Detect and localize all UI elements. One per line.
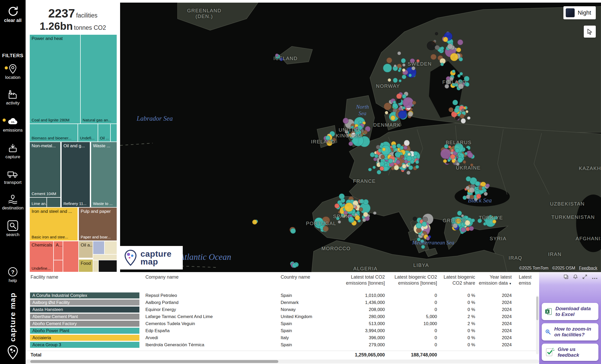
pointer-tool-button[interactable] [584,26,596,38]
facility-marker[interactable] [383,64,392,73]
table-row[interactable]: Aceca Group 3 Iberdrola Generación Térmi… [26,341,539,348]
facility-marker[interactable] [413,155,417,159]
facility-marker[interactable] [469,226,474,231]
column-header-year[interactable]: Year latest emission data▼ [477,274,514,292]
facility-marker[interactable] [470,195,474,199]
facility-marker[interactable] [397,99,401,103]
facility-marker[interactable] [356,211,360,214]
expand-icon[interactable] [582,274,587,279]
facility-marker[interactable] [451,217,456,222]
facility-marker[interactable] [402,68,405,72]
facility-marker[interactable] [431,54,436,60]
facility-marker[interactable] [461,118,466,123]
facility-marker[interactable] [325,136,330,140]
treemap-block[interactable] [110,124,117,142]
treemap-block[interactable] [93,241,104,254]
facility-marker[interactable] [355,127,358,130]
facility-marker[interactable] [352,135,364,146]
facility-marker[interactable] [450,53,458,61]
facility-marker[interactable] [452,100,458,105]
treemap-block[interactable]: Undefi... [78,124,98,142]
treemap-block[interactable] [93,254,117,260]
treemap-block[interactable]: Pulp and paper Paper and boar... [79,207,117,240]
facility-marker[interactable] [338,220,341,224]
facility-marker[interactable] [344,203,353,212]
facility-marker[interactable] [478,219,482,223]
help-button[interactable]: ? help [0,266,26,283]
treemap-block[interactable]: Oil a... [79,241,93,258]
facility-marker[interactable] [467,116,470,120]
treemap-block[interactable]: Oil ... [98,124,111,142]
horizontal-scrollbar[interactable] [26,360,539,363]
treemap-block[interactable] [104,241,117,254]
clear-all-button[interactable]: clear all [0,5,26,23]
facility-marker[interactable] [463,160,466,163]
facility-marker[interactable] [415,160,419,164]
facility-marker[interactable] [252,220,257,225]
facility-marker[interactable] [443,159,447,163]
facility-marker[interactable] [295,263,298,266]
column-header-company-name[interactable]: Company name [140,274,276,292]
facility-marker[interactable] [373,212,376,215]
facility-marker[interactable] [453,223,458,228]
facility-marker[interactable] [341,214,344,217]
facility-marker[interactable] [391,115,396,120]
facility-marker[interactable] [412,101,416,105]
facility-marker[interactable] [403,146,408,150]
facility-marker[interactable] [382,148,386,151]
facility-marker[interactable] [461,109,464,112]
facility-marker[interactable] [388,158,393,163]
facility-marker[interactable] [452,83,455,86]
facility-marker[interactable] [396,93,402,99]
facility-marker[interactable] [435,32,438,35]
facility-marker[interactable] [397,51,401,55]
facility-marker[interactable] [417,238,421,241]
facility-marker[interactable] [402,164,406,168]
treemap-block[interactable]: Waste ... Waste to ... [91,142,117,207]
facility-marker[interactable] [408,162,411,165]
table-row[interactable]: Aboño Cement Factory Cementos Tudela Veg… [26,320,539,327]
facility-marker[interactable] [396,160,400,164]
facility-marker[interactable] [406,171,410,175]
facility-marker[interactable] [410,58,415,63]
facility-marker[interactable] [374,154,378,158]
facility-marker[interactable] [402,63,405,67]
facility-marker[interactable] [400,155,404,159]
facility-marker[interactable] [398,107,402,110]
facility-marker[interactable] [401,58,406,63]
treemap-block[interactable]: Lime an... [30,197,47,207]
facility-marker[interactable] [457,157,463,163]
facility-marker[interactable] [464,152,468,155]
facility-marker[interactable] [404,140,410,146]
facility-marker[interactable] [393,78,398,83]
facility-marker[interactable] [457,39,463,45]
facility-marker[interactable] [427,41,436,50]
facility-marker[interactable] [409,74,412,77]
treemap-block[interactable]: Food [79,259,93,272]
facility-marker[interactable] [399,79,402,83]
treemap-block[interactable]: Natural gas an... [80,34,117,124]
facility-marker[interactable] [363,130,368,134]
copy-icon[interactable] [563,274,569,279]
treemap-block[interactable] [93,260,98,272]
column-header-biogenic-emissions[interactable]: Latest biogenic CO2 emissions [tonnes] [387,274,439,292]
facility-marker[interactable] [471,219,475,222]
treemap-block[interactable]: Biomass and bioener... [30,124,78,142]
give-feedback-button[interactable]: Give us feedback [542,344,598,361]
column-header-latest-clipped[interactable]: Latest emiss [514,274,539,292]
facility-marker[interactable] [457,211,462,215]
facility-marker[interactable] [380,166,384,171]
facility-marker[interactable] [355,215,360,220]
facility-marker[interactable] [484,192,488,196]
facility-marker[interactable] [415,165,419,169]
facility-marker[interactable] [384,103,391,110]
treemap-block[interactable] [47,197,61,207]
treemap-block[interactable]: Power and heat Coal and lignite 280M [30,34,80,124]
facility-marker[interactable] [377,170,381,174]
sidebar-item-activity[interactable]: activity [0,89,26,106]
facility-marker[interactable] [416,222,422,228]
table-row[interactable]: Aalborg Øst Facility Aalborg Portland De… [26,299,539,306]
facility-marker[interactable] [460,114,464,119]
map-canvas[interactable]: GREENLAND (DEN.) ICELAND SWEDEN NORWAY F… [120,3,601,272]
facility-marker[interactable] [290,228,296,234]
